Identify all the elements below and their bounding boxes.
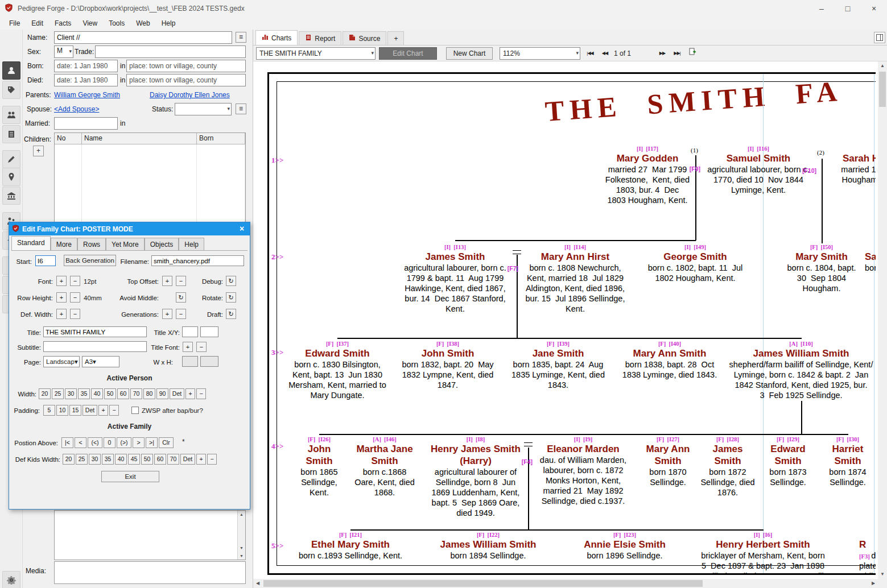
page-size-select[interactable]: A3▾ xyxy=(82,356,119,367)
dialog-tab-help[interactable]: Help xyxy=(179,238,204,250)
close-icon[interactable]: × xyxy=(861,0,887,17)
chart-person[interactable]: [I] [I49]George Smithborn c. 1802, bapt.… xyxy=(641,243,750,283)
last-page-button[interactable]: ▶▶| xyxy=(670,47,684,60)
top-offset-increase-button[interactable]: + xyxy=(162,276,172,286)
menu-web[interactable]: Web xyxy=(130,18,155,28)
horizontal-scroll-thumb[interactable] xyxy=(263,580,703,587)
chart-person[interactable]: [F] [I27]Mary AnnSmithborn 1870Sellindge… xyxy=(641,436,695,487)
page-width-input[interactable] xyxy=(182,356,198,367)
def-kids-button-30[interactable]: 30 xyxy=(89,454,101,465)
media-box[interactable] xyxy=(54,561,246,584)
debug-toggle-icon[interactable]: ↻ xyxy=(226,276,236,286)
rotate-toggle-icon[interactable]: ↻ xyxy=(226,292,236,303)
edit-chart-button[interactable]: Edit Chart xyxy=(379,47,437,60)
width-button-80[interactable]: 80 xyxy=(143,388,155,399)
new-chart-button[interactable]: New Chart xyxy=(446,47,493,60)
menu-facts[interactable]: Facts xyxy=(49,18,77,28)
page-orientation-select[interactable]: Landscap▾ xyxy=(43,356,80,367)
add-child-button[interactable]: + xyxy=(33,146,44,156)
page-height-input[interactable] xyxy=(200,356,218,367)
chart-person[interactable]: [I] [I6]Henry Herbert Smithbricklayer of… xyxy=(694,531,832,575)
status-select[interactable]: ▾ xyxy=(175,103,232,115)
width-button-25[interactable]: 25 xyxy=(52,388,64,399)
title-x-input[interactable] xyxy=(182,326,198,337)
chart-person[interactable]: [I] [I14]Mary Ann Hirstborn c. 1808 Newc… xyxy=(519,243,631,314)
tab-source[interactable]: Source xyxy=(343,31,386,45)
maximize-icon[interactable]: □ xyxy=(835,0,861,17)
position-button-Clr[interactable]: Clr xyxy=(159,437,174,448)
place-pin-icon[interactable] xyxy=(2,168,20,186)
width-button-20[interactable]: 20 xyxy=(39,388,51,399)
scroll-up-icon[interactable]: ▲ xyxy=(878,61,887,71)
father-link[interactable]: William George Smith xyxy=(54,89,120,101)
mother-link[interactable]: Daisy Dorothy Ellen Jones xyxy=(150,89,230,101)
facts-listbox[interactable]: ▲ ▼ ▼ xyxy=(54,510,246,560)
edit-pencil-icon[interactable] xyxy=(2,150,20,168)
width-button-40[interactable]: 40 xyxy=(91,388,103,399)
spouse-menu-button[interactable]: ≡ xyxy=(236,103,246,114)
def-kids-button-70[interactable]: 70 xyxy=(167,454,179,465)
scroll-down-icon[interactable]: ▼ xyxy=(238,544,245,552)
chart-title-input[interactable] xyxy=(43,326,147,337)
name-menu-button[interactable]: ≡ xyxy=(236,32,246,43)
chart-person[interactable]: [F] [I21]Ethel Mary Smithborn c.1893 Sel… xyxy=(281,531,420,561)
position-button->[interactable]: > xyxy=(133,437,145,448)
scroll-down-icon[interactable]: ▼ xyxy=(878,570,887,579)
relatives-icon[interactable] xyxy=(2,106,20,124)
chart-person[interactable]: [A] [I46]Martha JaneSmithborn c.1868Oare… xyxy=(350,436,419,498)
dialog-tab-objects[interactable]: Objects xyxy=(145,238,179,250)
position-button-(>)[interactable]: (>) xyxy=(117,437,131,448)
trade-input[interactable] xyxy=(95,45,246,58)
width-button-−[interactable]: − xyxy=(196,388,206,399)
def-width-decrease-button[interactable]: − xyxy=(70,309,80,319)
chart-person[interactable]: [F] [I37]Edward Smithborn c. 1830 Bilsin… xyxy=(284,340,390,400)
width-button-35[interactable]: 35 xyxy=(78,388,90,399)
def-kids-button-50[interactable]: 50 xyxy=(141,454,153,465)
next-page-button[interactable]: ▶▶ xyxy=(655,47,669,60)
exit-button[interactable]: Exit xyxy=(101,471,159,482)
minimize-icon[interactable]: – xyxy=(808,0,835,17)
person-icon[interactable] xyxy=(2,61,20,80)
scroll-down-icon[interactable]: ▼ xyxy=(238,552,245,560)
row-height-increase-button[interactable]: + xyxy=(56,292,67,303)
def-kids-button-40[interactable]: 40 xyxy=(115,454,127,465)
dialog-tab-yet-more[interactable]: Yet More xyxy=(106,238,145,250)
chart-person[interactable]: [I] [I8]Henry James Smith(Harry)agricult… xyxy=(426,436,525,518)
padding-button-+[interactable]: + xyxy=(98,405,108,416)
sex-select[interactable]: M▾ xyxy=(54,45,73,58)
def-kids-button-Det[interactable]: Det xyxy=(180,454,195,465)
menu-tools[interactable]: Tools xyxy=(103,18,130,28)
dialog-tab-standard[interactable]: Standard xyxy=(11,236,51,250)
scroll-left-icon[interactable]: ◀ xyxy=(253,579,262,588)
subtitle-input[interactable] xyxy=(43,341,147,352)
chart-person[interactable]: [F] [I28]JamesSmithborn 1872Sellindge, d… xyxy=(697,436,758,498)
menu-help[interactable]: Help xyxy=(156,18,181,28)
title-font-decrease-button[interactable]: − xyxy=(196,342,207,352)
died-date-input[interactable] xyxy=(54,74,118,86)
born-date-input[interactable] xyxy=(54,60,118,72)
dialog-tab-rows[interactable]: Rows xyxy=(77,238,106,250)
back-generation-button[interactable]: Back Generation xyxy=(64,255,116,266)
padding-button-15[interactable]: 15 xyxy=(69,405,81,416)
def-kids-button-+[interactable]: + xyxy=(196,454,206,465)
width-button-+[interactable]: + xyxy=(185,388,195,399)
chart-person[interactable]: [F] [I39]Jane Smithborn 1835, bapt. 24 A… xyxy=(506,340,610,390)
chart-canvas[interactable]: THE SMITH FA(1)(2)1>>2>>3>>4>>5>>[I] [I1… xyxy=(267,72,876,575)
def-kids-button-35[interactable]: 35 xyxy=(102,454,114,465)
chart-person[interactable]: Sarah Hmarried 15Hougham,[F10] xyxy=(818,152,876,185)
children-table[interactable]: NoNameBorn xyxy=(54,132,246,230)
def-kids-button-−[interactable]: − xyxy=(207,454,217,465)
padding-button-5[interactable]: 5 xyxy=(43,405,55,416)
gear-icon[interactable] xyxy=(2,571,20,588)
chart-person[interactable]: [F] [I23]Annie Elsie Smithborn 1896 Sell… xyxy=(558,531,691,561)
zwsp-checkbox[interactable] xyxy=(131,407,139,414)
tab-report[interactable]: Report xyxy=(299,31,341,45)
chart-person[interactable]: [I] [I9]Eleanor Mardendau. of William Ma… xyxy=(534,436,633,506)
position-button-|<[interactable]: |< xyxy=(61,437,73,448)
married-date-input[interactable] xyxy=(54,117,118,130)
dialog-title-bar[interactable]: Edit Family Chart: POSTER MODE × xyxy=(9,222,250,235)
position-button->|[interactable]: >| xyxy=(146,437,158,448)
title-y-input[interactable] xyxy=(200,326,218,337)
filename-input[interactable] xyxy=(151,255,244,266)
export-icon[interactable] xyxy=(686,47,700,60)
